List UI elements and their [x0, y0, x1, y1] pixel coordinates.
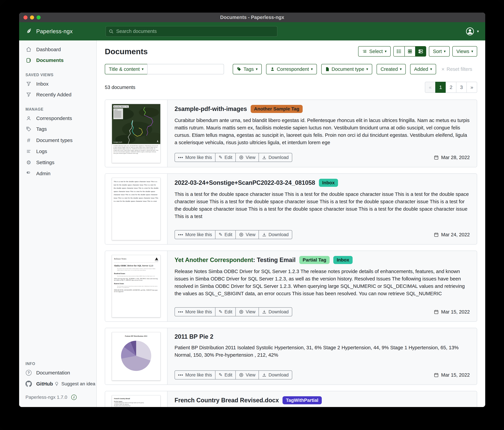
view-button[interactable]: View: [235, 370, 259, 380]
sidebar-item-inbox[interactable]: Inbox: [19, 79, 96, 89]
more-like-this-button[interactable]: •••More like this: [175, 153, 216, 162]
filter-created-button[interactable]: Created ▾: [377, 64, 406, 74]
sidebar-item-settings[interactable]: ⚙ Settings: [19, 157, 96, 168]
github-row: GitHub Suggest an idea: [19, 378, 96, 390]
views-button[interactable]: Views ▾: [452, 46, 477, 56]
tag-badge[interactable]: Inbox: [333, 256, 353, 264]
document-date: Mar 15, 2022: [434, 372, 470, 378]
view-list-button[interactable]: [394, 47, 405, 56]
document-thumbnail[interactable]: This is a test for the double space char…: [105, 174, 168, 244]
download-icon: [262, 310, 266, 314]
filter-title-content-input[interactable]: [147, 64, 224, 74]
documents-icon: [26, 57, 32, 63]
tag-filled-icon: [237, 67, 242, 72]
edit-button[interactable]: ✎Edit: [215, 307, 236, 316]
document-title[interactable]: French Country Bread Revised.docx: [175, 397, 279, 404]
view-button[interactable]: View: [235, 307, 259, 316]
download-button[interactable]: Download: [259, 230, 292, 239]
tag-badge[interactable]: Another Sample Tag: [251, 105, 303, 113]
view-button[interactable]: View: [235, 153, 259, 162]
document-thumbnail[interactable]: French Country Bread For the Leaven 1 he…: [105, 391, 168, 407]
sidebar-item-label: Documents: [36, 57, 63, 63]
document-title[interactable]: 2022-03-24+Sonstige+ScanPC2022-03-24_081…: [175, 179, 315, 186]
more-like-this-button[interactable]: •••More like this: [175, 230, 216, 239]
pagination: « 1 2 3 »: [425, 82, 477, 93]
filter-document-type-button[interactable]: Document type ▾: [321, 64, 372, 74]
filter-field-button[interactable]: Title & content ▾: [105, 64, 147, 74]
document-thumbnail[interactable]: Patient BP Distribution 2011: [105, 328, 168, 384]
document-actions: •••More like this ✎Edit View Download: [175, 153, 292, 162]
document-actions: •••More like this ✎Edit View Download: [175, 230, 292, 239]
tag-badge[interactable]: TagWithPartial: [282, 396, 322, 404]
traffic-lights: [24, 15, 41, 19]
pagination-page-3[interactable]: 3: [456, 82, 467, 93]
edit-button[interactable]: ✎Edit: [215, 370, 236, 380]
brand-logo[interactable]: Paperless-ngx: [26, 28, 81, 35]
pagination-next[interactable]: »: [467, 82, 477, 93]
document-title[interactable]: 2011 BP Pie 2: [175, 333, 213, 340]
view-grid-button[interactable]: [405, 47, 415, 56]
app-name: Paperless-ngx: [36, 28, 72, 35]
document-title[interactable]: Yet Another Correspondent: Testing Email: [175, 256, 296, 263]
search-input[interactable]: [106, 26, 277, 37]
filter-added-button[interactable]: Added ▾: [410, 64, 436, 74]
select-button[interactable]: Select ▾: [358, 46, 391, 56]
more-like-this-button[interactable]: •••More like this: [175, 370, 216, 380]
edit-button[interactable]: ✎Edit: [215, 153, 236, 162]
pagination-prev[interactable]: «: [425, 82, 436, 93]
sidebar-item-correspondents[interactable]: Correspondents: [19, 113, 96, 124]
chevron-down-icon: ▾: [385, 49, 387, 53]
sidebar-item-label: Tags: [36, 126, 47, 132]
thumb-rn-text: The following are known issues that you …: [117, 286, 158, 288]
tag-badge[interactable]: Partial Tag: [299, 256, 330, 264]
more-like-this-button[interactable]: •••More like this: [175, 307, 216, 316]
pagination-page-1[interactable]: 1: [435, 82, 446, 93]
pagination-page-2[interactable]: 2: [446, 82, 456, 93]
edit-button[interactable]: ✎Edit: [215, 230, 236, 239]
sidebar-item-documentation[interactable]: ? Documentation: [19, 367, 96, 378]
home-icon: [26, 47, 32, 52]
download-button[interactable]: Download: [259, 307, 292, 316]
close-window-button[interactable]: [24, 15, 27, 19]
download-button[interactable]: Download: [259, 370, 292, 380]
filter-tags-button[interactable]: Tags ▾: [233, 64, 261, 74]
filter-created-label: Created: [381, 66, 398, 72]
view-detail-button[interactable]: [415, 47, 426, 56]
sidebar-item-logs[interactable]: Logs: [19, 146, 96, 157]
download-button[interactable]: Download: [259, 153, 292, 162]
sort-button[interactable]: Sort ▾: [429, 46, 450, 56]
chevron-down-icon: ▾: [400, 67, 402, 71]
pencil-icon: ✎: [219, 232, 223, 237]
minimize-window-button[interactable]: [30, 15, 34, 19]
filter-field-label: Title & content: [109, 66, 140, 72]
filter-correspondent-button[interactable]: Correspondent ▾: [266, 64, 317, 74]
thumbnail-text: Curabitur bibendum ante urna, sed blandi…: [112, 144, 160, 155]
reset-filters-button[interactable]: × Reset filters: [441, 66, 472, 72]
zoom-window-button[interactable]: [36, 15, 41, 19]
view-button[interactable]: View: [235, 230, 259, 239]
user-menu[interactable]: ▾: [466, 27, 479, 36]
sidebar-item-label: Recently Added: [36, 92, 72, 97]
document-title[interactable]: 2sample-pdf-with-images: [175, 105, 247, 112]
lightbulb-icon: [54, 382, 59, 386]
chevron-down-icon: ▾: [444, 49, 446, 53]
sidebar-item-admin[interactable]: Admin: [19, 168, 96, 179]
sidebar-spacer: [19, 179, 96, 355]
tag-badge[interactable]: Inbox: [319, 179, 338, 187]
document-date: Mar 15, 2022: [434, 309, 470, 315]
sidebar-item-recently-added[interactable]: Recently Added: [19, 89, 96, 100]
simba-logo: Simba: [155, 257, 158, 262]
sidebar-item-suggest-idea[interactable]: Suggest an idea: [54, 379, 95, 389]
sidebar-item-github[interactable]: GitHub: [19, 378, 53, 390]
sidebar-item-tags[interactable]: Tags: [19, 124, 96, 134]
filter-correspondent-label: Correspondent: [277, 66, 309, 72]
dots-icon: •••: [178, 155, 183, 160]
sidebar-item-documents[interactable]: Documents: [19, 55, 96, 66]
info-icon[interactable]: i: [71, 395, 77, 400]
document-thumbnail[interactable]: Release Notes Simba Simba ODBC Driver fo…: [105, 251, 168, 321]
sidebar-item-document-types[interactable]: # Document types: [19, 134, 96, 146]
document-thumbnail[interactable]: Boundary Waters Trip Layers Google Earth…: [105, 100, 168, 167]
gear-icon: ⚙: [26, 159, 32, 166]
sidebar-item-dashboard[interactable]: Dashboard: [19, 44, 96, 55]
document-correspondent[interactable]: Yet Another Correspondent: [175, 256, 253, 263]
